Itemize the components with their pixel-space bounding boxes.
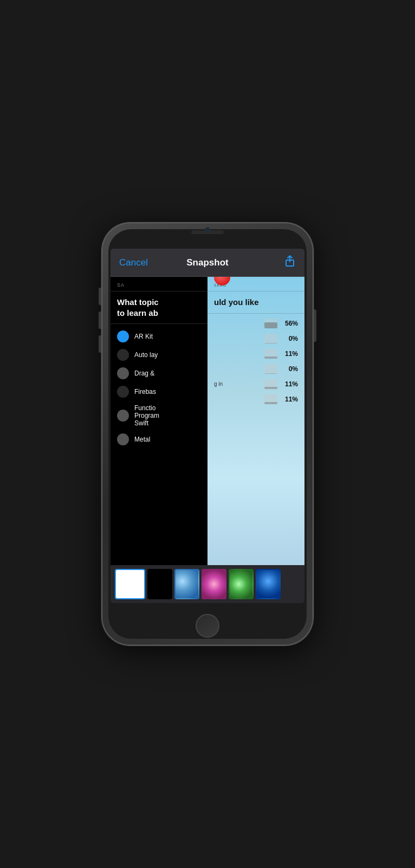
bar-firebase: [264, 364, 277, 374]
screen: Cancel Snapshot SA What top: [111, 249, 304, 603]
thumbnail-strip: [111, 565, 304, 603]
left-header: SA: [111, 277, 208, 292]
front-camera: [205, 227, 210, 232]
radio-draganddrop[interactable]: [117, 367, 129, 379]
result-item: 11%: [208, 346, 304, 361]
bar-metal: [264, 394, 277, 404]
result-item: g in 11%: [208, 377, 304, 392]
left-question: What topicto learn ab: [111, 292, 208, 324]
bar-draganddrop: [264, 349, 277, 359]
option-label-metal: Metal: [134, 436, 150, 443]
phone-frame: Cancel Snapshot SA What top: [102, 223, 313, 645]
thumb-pink-bokeh[interactable]: [202, 569, 226, 599]
list-item: Drag &: [111, 364, 208, 383]
phone-screen-container: Cancel Snapshot SA What top: [108, 229, 307, 639]
thumb-black[interactable]: [147, 569, 172, 599]
option-label-firebase: Firebas: [134, 388, 156, 396]
nav-bar: Cancel Snapshot: [111, 249, 304, 277]
option-label-autolayout: Auto lay: [134, 351, 158, 359]
home-button[interactable]: [196, 614, 219, 638]
radio-arkit[interactable]: [117, 331, 129, 342]
thumb-blue-bokeh[interactable]: [174, 569, 199, 599]
list-item: AR Kit: [111, 327, 208, 346]
left-panel-dark: SA What topicto learn ab AR Kit Auto lay: [111, 277, 208, 565]
radio-metal[interactable]: [117, 433, 129, 445]
bar-functional: [264, 379, 277, 389]
percent-functional: 11%: [282, 380, 298, 388]
label-functional: g in: [214, 381, 260, 387]
percent-firebase: 0%: [282, 365, 298, 373]
thumb-teal-bokeh[interactable]: [256, 569, 281, 599]
content-area: SA What topicto learn ab AR Kit Auto lay: [111, 277, 304, 565]
page-title: Snapshot: [186, 257, 228, 268]
right-panel-light: sked uld you like 56%: [208, 277, 304, 565]
results-list: 56% 0% 11%: [208, 314, 304, 409]
result-item: 56%: [208, 316, 304, 331]
thumb-white[interactable]: [115, 569, 145, 599]
options-list: AR Kit Auto lay Drag & Firebas: [111, 324, 208, 452]
list-item: Firebas: [111, 383, 208, 401]
option-label-draganddrop: Drag &: [134, 370, 154, 377]
list-item: FunctioProgramSwift: [111, 401, 208, 430]
percent-autolayout: 0%: [282, 335, 298, 342]
radio-functional[interactable]: [117, 410, 129, 422]
cancel-button[interactable]: Cancel: [119, 257, 148, 268]
percent-metal: 11%: [282, 396, 298, 403]
radio-autolayout[interactable]: [117, 349, 129, 361]
result-item: 0%: [208, 361, 304, 377]
percent-draganddrop: 11%: [282, 350, 298, 358]
right-question: uld you like: [208, 292, 304, 314]
result-item: 11%: [208, 392, 304, 407]
list-item: Auto lay: [111, 346, 208, 364]
result-item: 0%: [208, 331, 304, 346]
radio-firebase[interactable]: [117, 386, 129, 398]
option-label-functional: FunctioProgramSwift: [134, 404, 159, 427]
list-item: Metal: [111, 430, 208, 449]
option-label-arkit: AR Kit: [134, 333, 153, 340]
bar-autolayout: [264, 334, 277, 344]
share-button[interactable]: [284, 255, 296, 270]
thumb-green-bokeh[interactable]: [229, 569, 254, 599]
percent-arkit: 56%: [282, 320, 298, 327]
bar-arkit: [264, 319, 277, 328]
